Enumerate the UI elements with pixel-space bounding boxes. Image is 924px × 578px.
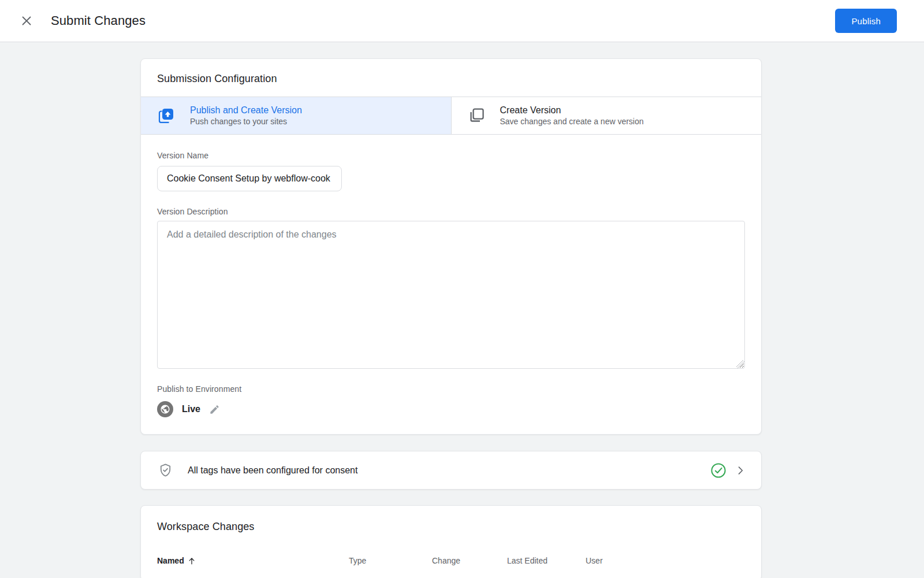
consent-status-card[interactable]: All tags have been configured for consen… (140, 451, 762, 490)
close-button[interactable] (16, 10, 37, 31)
version-description-label: Version Description (157, 207, 745, 216)
environment-value: Live (182, 404, 200, 414)
environment-row: Live (157, 401, 745, 417)
publish-version-icon (158, 108, 174, 124)
top-bar: Submit Changes Publish (0, 0, 924, 42)
submission-card-header: Submission Configuration (141, 59, 761, 97)
close-icon (21, 15, 32, 27)
submission-type-options: Publish and Create Version Push changes … (141, 97, 761, 135)
copy-pages-icon (469, 108, 484, 123)
version-name-label: Version Name (157, 151, 208, 160)
workspace-changes-card: Workspace Changes Named Type Change Last… (140, 505, 762, 578)
consent-status (710, 462, 746, 479)
column-header-change[interactable]: Change (432, 556, 507, 565)
publish-environment-label: Publish to Environment (157, 384, 745, 394)
submission-card-title: Submission Configuration (157, 73, 745, 85)
check-circle-icon (710, 462, 726, 479)
option-texts: Create Version Save changes and create a… (500, 105, 644, 126)
option-subtitle: Push changes to your sites (190, 117, 302, 126)
edit-environment-button[interactable] (209, 404, 220, 415)
submission-configuration-card: Submission Configuration Publish and Cre… (140, 58, 762, 435)
option-texts: Publish and Create Version Push changes … (190, 105, 302, 126)
main-content: Submission Configuration Publish and Cre… (140, 58, 762, 578)
shield-check-icon (158, 463, 173, 477)
consent-message: All tags have been configured for consen… (188, 465, 357, 476)
column-header-named[interactable]: Named (157, 556, 349, 565)
version-name-input[interactable] (157, 166, 342, 191)
workspace-card-title: Workspace Changes (157, 521, 745, 533)
arrow-up-icon (188, 557, 196, 565)
column-header-last-edited[interactable]: Last Edited (507, 556, 586, 565)
option-title: Publish and Create Version (190, 105, 302, 116)
submission-form: Version Name Version Description Publish… (141, 135, 761, 434)
page-title: Submit Changes (51, 13, 146, 28)
option-publish-and-create-version[interactable]: Publish and Create Version Push changes … (141, 97, 451, 134)
option-create-version[interactable]: Create Version Save changes and create a… (451, 97, 762, 134)
option-subtitle: Save changes and create a new version (500, 117, 644, 126)
globe-icon (157, 401, 173, 417)
column-header-user[interactable]: User (586, 556, 745, 565)
column-header-type[interactable]: Type (349, 556, 432, 565)
publish-button[interactable]: Publish (835, 9, 897, 33)
chevron-right-icon[interactable] (735, 465, 746, 476)
column-label: Named (157, 556, 184, 565)
pencil-icon (209, 404, 220, 415)
version-description-textarea[interactable] (157, 221, 745, 369)
changes-table-header: Named Type Change Last Edited User (157, 556, 745, 565)
option-title: Create Version (500, 105, 644, 116)
